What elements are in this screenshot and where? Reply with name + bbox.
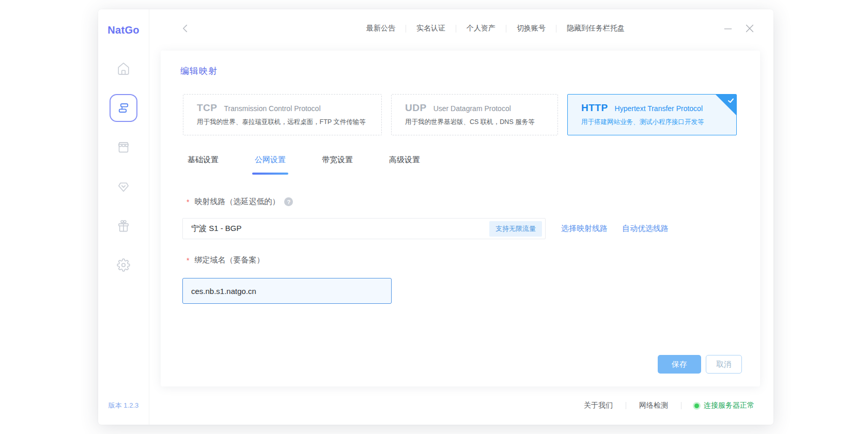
page-title: 编辑映射 bbox=[180, 65, 218, 77]
app-version: 版本 1.2.3 bbox=[98, 401, 149, 410]
top-menu: 最新公告 实名认证 个人资产 切换账号 隐藏到任务栏托盘 bbox=[356, 23, 755, 34]
mapping-line-links: 选择映射线路 自动优选线路 bbox=[561, 218, 669, 239]
footer: 关于我们 网络检测 连接服务器正常 bbox=[149, 386, 773, 425]
home-icon bbox=[117, 62, 130, 75]
status-dot-icon bbox=[694, 404, 699, 408]
mapping-line-value: 宁波 S1 - BGP bbox=[191, 224, 242, 234]
protocol-cards: TCP Transmission Control Protocol 用于我的世界… bbox=[183, 94, 737, 135]
footer-divider bbox=[681, 402, 681, 409]
tab-basic-settings[interactable]: 基础设置 bbox=[188, 155, 219, 175]
auto-select-line-link[interactable]: 自动优选线路 bbox=[622, 224, 669, 234]
sidebar-item-home[interactable] bbox=[110, 55, 137, 83]
title-bar: 最新公告 实名认证 个人资产 切换账号 隐藏到任务栏托盘 bbox=[149, 9, 773, 48]
sidebar-item-vip[interactable] bbox=[110, 173, 137, 200]
protocol-name: TCP bbox=[197, 102, 218, 114]
required-marker: * bbox=[187, 256, 189, 265]
menu-item-verification[interactable]: 实名认证 bbox=[406, 24, 456, 33]
tab-advanced-settings[interactable]: 高级设置 bbox=[389, 155, 420, 175]
save-button[interactable]: 保存 bbox=[658, 355, 701, 374]
edit-mapping-panel: 编辑映射 TCP Transmission Control Protocol 用… bbox=[161, 51, 760, 386]
menu-item-announcements[interactable]: 最新公告 bbox=[356, 24, 406, 33]
sidebar-item-mappings[interactable] bbox=[110, 94, 137, 122]
main-area: 最新公告 实名认证 个人资产 切换账号 隐藏到任务栏托盘 bbox=[149, 9, 773, 425]
tab-bandwidth-settings[interactable]: 带宽设置 bbox=[322, 155, 353, 175]
sidebar-item-store[interactable] bbox=[110, 133, 137, 161]
minimize-button[interactable] bbox=[723, 23, 733, 34]
action-buttons: 保存 取消 bbox=[658, 355, 742, 374]
protocol-card-http[interactable]: HTTP Hypertext Transfer Protocol 用于搭建网站业… bbox=[567, 94, 737, 135]
server-status-text: 连接服务器正常 bbox=[704, 401, 754, 410]
checkmark-icon bbox=[727, 97, 735, 106]
help-icon[interactable]: ? bbox=[284, 197, 293, 206]
protocol-name: UDP bbox=[405, 102, 427, 114]
vip-diamond-icon bbox=[117, 180, 130, 193]
app-window: NatGo bbox=[98, 9, 773, 425]
gear-icon bbox=[117, 258, 130, 272]
store-icon bbox=[117, 141, 130, 154]
back-button[interactable] bbox=[180, 23, 191, 34]
app-logo: NatGo bbox=[107, 9, 140, 51]
protocol-description: 用于我的世界基岩版、CS 联机，DNS 服务等 bbox=[405, 118, 553, 127]
sidebar-item-settings[interactable] bbox=[110, 251, 137, 279]
protocol-card-udp[interactable]: UDP User Datagram Protocol 用于我的世界基岩版、CS … bbox=[391, 94, 558, 135]
mapping-line-label: * 映射线路（选延迟低的） ? bbox=[187, 197, 293, 207]
footer-divider bbox=[626, 402, 626, 409]
select-line-link[interactable]: 选择映射线路 bbox=[561, 224, 608, 234]
about-us-link[interactable]: 关于我们 bbox=[584, 401, 613, 410]
close-button[interactable] bbox=[744, 23, 755, 34]
protocol-description: 用于搭建网站业务、测试小程序接口开发等 bbox=[581, 118, 732, 127]
unlimited-traffic-badge: 支持无限流量 bbox=[489, 221, 542, 237]
required-marker: * bbox=[187, 198, 189, 206]
bind-domain-label-text: 绑定域名（要备案） bbox=[194, 255, 264, 265]
bind-domain-label: * 绑定域名（要备案） bbox=[187, 255, 264, 265]
cancel-button[interactable]: 取消 bbox=[706, 355, 742, 374]
menu-item-assets[interactable]: 个人资产 bbox=[456, 24, 506, 33]
sidebar-nav bbox=[110, 55, 137, 279]
gift-icon bbox=[117, 219, 130, 233]
protocol-full-name: User Datagram Protocol bbox=[433, 104, 511, 113]
menu-item-switch-account[interactable]: 切换账号 bbox=[506, 24, 556, 33]
sidebar: NatGo bbox=[98, 9, 149, 425]
domain-input[interactable] bbox=[182, 278, 392, 304]
server-status: 连接服务器正常 bbox=[694, 401, 754, 410]
mapping-icon bbox=[117, 101, 130, 115]
protocol-full-name: Transmission Control Protocol bbox=[224, 104, 321, 113]
protocol-card-tcp[interactable]: TCP Transmission Control Protocol 用于我的世界… bbox=[183, 94, 382, 135]
sidebar-item-rewards[interactable] bbox=[110, 212, 137, 240]
window-controls bbox=[723, 23, 755, 34]
menu-item-hide-to-tray[interactable]: 隐藏到任务栏托盘 bbox=[556, 24, 635, 33]
tab-public-network-settings[interactable]: 公网设置 bbox=[255, 155, 286, 175]
mapping-line-field[interactable]: 宁波 S1 - BGP 支持无限流量 bbox=[182, 218, 546, 239]
mapping-line-label-text: 映射线路（选延迟低的） bbox=[194, 197, 280, 207]
network-check-link[interactable]: 网络检测 bbox=[639, 401, 668, 410]
protocol-name: HTTP bbox=[581, 102, 608, 114]
settings-tabs: 基础设置 公网设置 带宽设置 高级设置 bbox=[188, 155, 420, 175]
protocol-description: 用于我的世界、泰拉瑞亚联机，远程桌面，FTP 文件传输等 bbox=[197, 118, 377, 127]
protocol-full-name: Hypertext Transfer Protocol bbox=[615, 104, 703, 113]
